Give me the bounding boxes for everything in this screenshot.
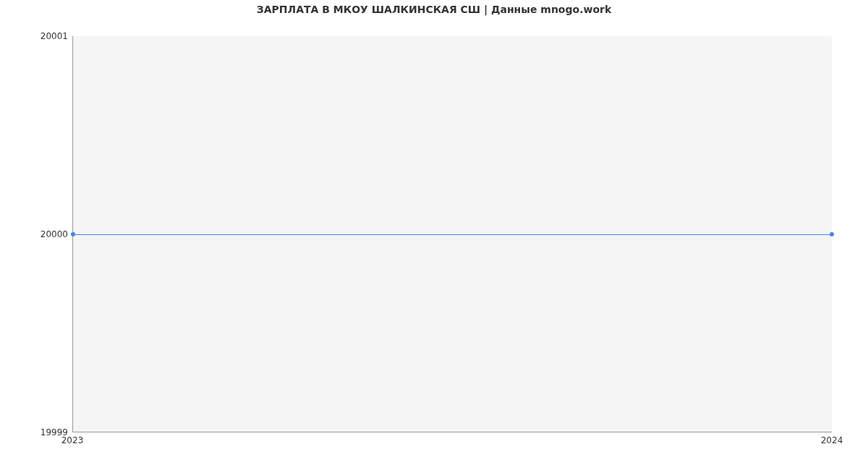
plot-area [72, 36, 832, 432]
chart-title: ЗАРПЛАТА В МКОУ ШАЛКИНСКАЯ СШ | Данные m… [0, 4, 868, 15]
y-tick-label: 20001 [41, 31, 68, 41]
x-tick-label: 2024 [821, 435, 843, 445]
data-point [71, 232, 75, 236]
y-tick-label: 20000 [41, 229, 68, 239]
data-point [830, 232, 834, 236]
series-line [73, 234, 832, 235]
chart-container: ЗАРПЛАТА В МКОУ ШАЛКИНСКАЯ СШ | Данные m… [0, 0, 868, 470]
x-tick-label: 2023 [61, 435, 84, 445]
